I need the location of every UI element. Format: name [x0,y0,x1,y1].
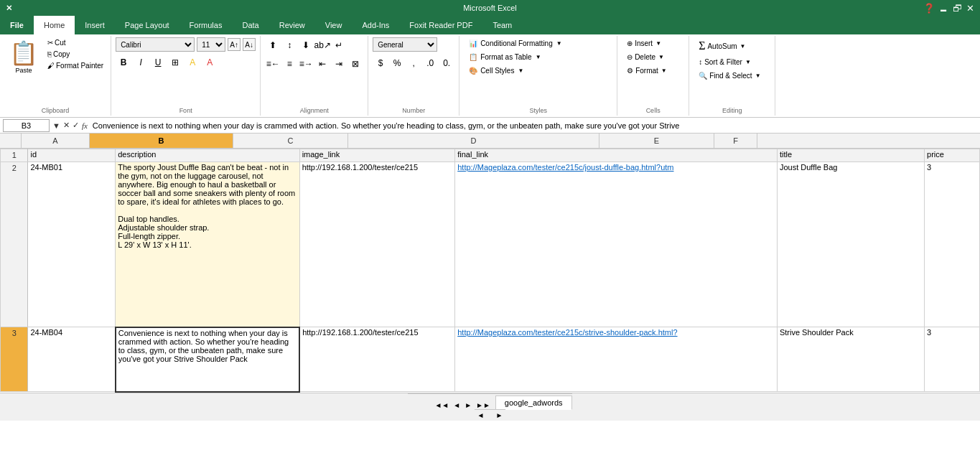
italic-button[interactable]: I [133,55,149,70]
tab-view[interactable]: View [315,16,353,34]
increase-indent-button[interactable]: ⇥ [331,56,347,72]
tab-insert[interactable]: Insert [75,16,115,34]
tab-foxit[interactable]: Foxit Reader PDF [399,16,482,34]
cell-f2[interactable]: 3 [925,162,980,327]
sheet-nav-prev[interactable]: ◄ [451,401,462,409]
number-format-select[interactable]: General [373,37,437,52]
left-align-button[interactable]: ≡← [265,56,281,72]
minimize-icon[interactable]: 🗕 [939,3,948,14]
increase-font-size-button[interactable]: A↑ [228,38,241,51]
tab-add-ins[interactable]: Add-Ins [352,16,399,34]
percent-button[interactable]: % [389,55,405,71]
format-button[interactable]: ⚙ Format ▼ [622,65,672,77]
confirm-formula-icon[interactable]: ✓ [73,121,79,130]
cell-c2[interactable]: http://192.168.1.200/tester/ce215 [299,162,455,327]
borders-button[interactable]: ⊞ [167,55,183,70]
decrease-decimal-button[interactable]: .0 [422,55,438,71]
cell-b3-active[interactable]: Convenience is next to nothing when your… [116,327,299,392]
format-as-table-button[interactable]: 📋 Format as Table ▼ [464,51,546,63]
cell-b2[interactable]: The sporty Joust Duffle Bag can't be bea… [116,162,299,327]
close-icon[interactable]: ✕ [966,3,974,14]
center-button[interactable]: ≡ [281,56,297,72]
cell-f1[interactable]: price [925,149,980,162]
cell-d3[interactable]: http://Mageplaza.com/tester/ce215c/striv… [455,327,778,392]
tab-home[interactable]: Home [34,16,75,34]
cell-d2[interactable]: http://Mageplaza.com/tester/ce215c/joust… [455,162,778,327]
delete-button[interactable]: ⊖ Delete ▼ [622,51,669,63]
col-header-f[interactable]: F [714,134,757,148]
cell-c1[interactable]: image_link [299,149,455,162]
autosum-label: AutoSum [707,42,737,50]
cell-b1[interactable]: description [116,149,299,162]
tab-team[interactable]: Team [482,16,522,34]
comma-button[interactable]: , [406,55,421,71]
cell-e3[interactable]: Strive Shoulder Pack [777,327,924,392]
cell-e1[interactable]: title [777,149,924,162]
title-bar-right[interactable]: ❓ 🗕 🗗 ✕ [923,3,974,14]
cancel-formula-icon[interactable]: ✕ [63,121,70,130]
cell-a3[interactable]: 24-MB04 [28,327,116,392]
alignment-group: ⬆ ↕ ⬇ ab↗ ↵ ≡← ≡ ≡→ ⇤ ⇥ ⊠ Alignment [261,36,368,116]
expand-formula-icon[interactable]: ▼ [52,121,60,130]
paste-button[interactable]: 📋 Paste [4,37,43,76]
delete-label: Delete [635,53,655,61]
font-color-button[interactable]: A [202,55,218,70]
formula-input[interactable] [90,119,977,132]
cut-button[interactable]: ✂ Cut [45,37,106,48]
tab-page-layout[interactable]: Page Layout [115,16,179,34]
help-icon[interactable]: ❓ [923,3,935,14]
format-painter-label: Format Painter [56,62,103,70]
restore-icon[interactable]: 🗗 [953,3,962,14]
insert-function-icon[interactable]: fx [82,121,88,130]
conditional-formatting-button[interactable]: 📊 Conditional Formatting ▼ [464,37,567,50]
cell-a1[interactable]: id [28,149,116,162]
middle-align-button[interactable]: ↕ [281,37,297,53]
insert-button[interactable]: ⊕ Insert ▼ [622,37,666,50]
sort-filter-button[interactable]: ↕ Sort & Filter ▼ [694,56,756,68]
col-header-d[interactable]: D [348,134,599,148]
bottom-align-button[interactable]: ⬇ [298,37,314,53]
sheet-nav-next[interactable]: ► [462,401,474,409]
cell-c3[interactable]: http://192.168.1.200/tester/ce215 [299,327,455,392]
title-bar: ✕ Microsoft Excel ❓ 🗕 🗗 ✕ [0,0,980,16]
format-painter-button[interactable]: 🖌 Format Painter [45,60,106,71]
font-size-select[interactable]: 11 [197,37,225,52]
currency-button[interactable]: $ [373,55,388,71]
cell-styles-button[interactable]: 🎨 Cell Styles ▼ [464,65,528,77]
col-header-b[interactable]: B [90,134,233,148]
font-family-select[interactable]: Calibri [116,37,195,52]
fill-color-button[interactable]: A [185,55,200,70]
tab-data[interactable]: Data [232,16,269,34]
merge-center-button[interactable]: ⊠ [347,56,363,72]
cell-e2[interactable]: Joust Duffle Bag [777,162,924,327]
scroll-right-btn[interactable]: ► [493,411,506,419]
underline-button[interactable]: U [150,55,166,70]
cell-reference-box[interactable] [3,119,50,132]
decrease-font-size-button[interactable]: A↓ [243,38,256,51]
top-align-button[interactable]: ⬆ [265,37,281,53]
text-orientation-button[interactable]: ab↗ [314,37,330,53]
increase-decimal-button[interactable]: 0. [439,55,454,71]
tab-review[interactable]: Review [269,16,315,34]
wrap-text-button[interactable]: ↵ [331,37,347,53]
sheet-tab-google-adwords[interactable]: google_adwords [495,396,572,410]
tab-file[interactable]: File [0,16,34,34]
autosum-button[interactable]: Σ AutoSum ▼ [694,37,750,55]
bold-button[interactable]: B [116,55,131,70]
cell-a2[interactable]: 24-MB01 [28,162,116,327]
scroll-left-btn[interactable]: ◄ [475,411,487,419]
decrease-indent-button[interactable]: ⇤ [314,56,330,72]
sheet-nav-first[interactable]: ◄◄ [432,401,451,409]
copy-button[interactable]: ⎘ Copy [45,49,106,60]
cell-d1[interactable]: final_link [455,149,778,162]
find-select-button[interactable]: 🔍 Find & Select ▼ [694,70,765,82]
col-header-e[interactable]: E [599,134,714,148]
col-header-c[interactable]: C [233,134,348,148]
row-number: 3 [1,327,28,392]
cell-f3[interactable]: 3 [925,327,980,392]
right-align-button[interactable]: ≡→ [298,56,314,72]
col-header-a[interactable]: A [22,134,90,148]
tab-formulas[interactable]: Formulas [179,16,233,34]
sheet-nav-last[interactable]: ►► [474,401,493,409]
cells-table: 1 id description image_link final_link t… [0,149,980,393]
